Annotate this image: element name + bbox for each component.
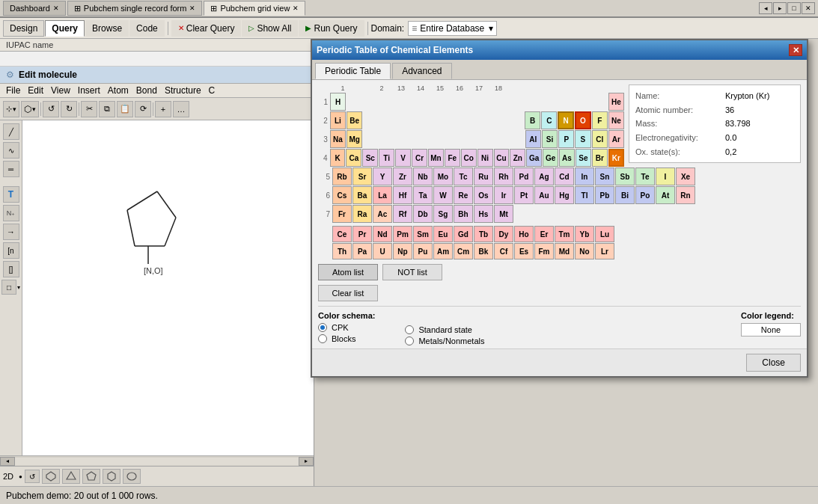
elem-Po[interactable]: Po <box>635 186 655 204</box>
elem-Ge[interactable]: Ge <box>543 149 558 167</box>
wave-tool[interactable]: ∿ <box>3 142 19 159</box>
elem-U[interactable]: U <box>373 243 392 259</box>
elem-Tl[interactable]: Tl <box>575 186 594 204</box>
elem-Ti[interactable]: Ti <box>379 149 394 167</box>
radio-blocks[interactable]: Blocks <box>318 334 375 343</box>
menu-view[interactable]: View <box>48 84 73 96</box>
radio-metals[interactable]: Metals/Nonmetals <box>405 336 484 345</box>
dialog-close-btn[interactable]: Close <box>746 354 801 372</box>
tab-periodic-table[interactable]: Periodic Table <box>315 63 391 79</box>
elem-Ca[interactable]: Ca <box>346 149 361 167</box>
elem-Np[interactable]: Np <box>393 243 412 259</box>
elem-O[interactable]: O <box>575 111 591 129</box>
elem-Gd[interactable]: Gd <box>454 226 473 242</box>
elem-Sg[interactable]: Sg <box>433 205 453 223</box>
elem-Sr[interactable]: Sr <box>352 168 372 185</box>
run-query-btn[interactable]: ▶ Run Query <box>299 20 364 37</box>
cut-btn[interactable]: ✂ <box>81 101 97 117</box>
radio-cpk[interactable]: CPK <box>318 323 375 332</box>
elem-Sc[interactable]: Sc <box>362 149 378 167</box>
arrow-tool[interactable]: → <box>3 224 19 240</box>
menu-file[interactable]: File <box>3 84 23 96</box>
radio-standard[interactable]: Standard state <box>405 325 484 334</box>
elem-N[interactable]: N <box>558 111 574 129</box>
elem-Si[interactable]: Si <box>542 130 558 148</box>
elem-Ta[interactable]: Ta <box>413 186 433 204</box>
elem-Rn[interactable]: Rn <box>676 186 695 204</box>
zoom-in-btn[interactable]: + <box>155 101 171 117</box>
elem-Cm[interactable]: Cm <box>454 243 473 259</box>
menu-structure[interactable]: Structure <box>162 84 204 96</box>
elem-Cr[interactable]: Cr <box>412 149 427 167</box>
elem-Se[interactable]: Se <box>576 149 591 167</box>
menu-insert[interactable]: Insert <box>75 84 103 96</box>
elem-H[interactable]: H <box>330 93 346 111</box>
elem-Sm[interactable]: Sm <box>413 226 433 242</box>
elem-Bi[interactable]: Bi <box>615 186 635 204</box>
dialog-close-x[interactable]: ✕ <box>789 44 802 56</box>
elem-Rf[interactable]: Rf <box>393 205 412 223</box>
refresh-tool[interactable]: ↺ <box>25 470 40 483</box>
elem-At[interactable]: At <box>656 186 675 204</box>
elem-Cs[interactable]: Cs <box>332 186 352 204</box>
elem-Re[interactable]: Re <box>454 186 473 204</box>
elem-K[interactable]: K <box>330 149 346 167</box>
elem-Lu[interactable]: Lu <box>595 226 614 242</box>
paste-btn[interactable]: 📋 <box>117 101 133 117</box>
menu-bond[interactable]: Bond <box>133 84 160 96</box>
elem-Pa[interactable]: Pa <box>352 243 372 259</box>
more-tools-btn[interactable]: … <box>173 101 189 117</box>
elem-Zn[interactable]: Zn <box>510 149 525 167</box>
elem-La[interactable]: La <box>373 186 392 204</box>
elem-Ne[interactable]: Ne <box>608 111 624 129</box>
domain-selector[interactable]: ≡ Entire Database ▾ <box>408 21 497 36</box>
elem-Ce[interactable]: Ce <box>332 226 352 242</box>
canvas-area[interactable]: [N,O] <box>22 120 314 455</box>
elem-Dy[interactable]: Dy <box>494 226 513 242</box>
elem-Na[interactable]: Na <box>330 130 346 148</box>
rect-tool[interactable]: □ ▾ <box>1 280 20 295</box>
elem-Bh[interactable]: Bh <box>454 205 473 223</box>
browse-btn[interactable]: Browse <box>85 20 129 37</box>
elem-Er[interactable]: Er <box>534 226 554 242</box>
menu-c[interactable]: C <box>206 84 219 96</box>
elem-Bk[interactable]: Bk <box>474 243 493 259</box>
elem-Au[interactable]: Au <box>534 186 554 204</box>
elem-Tm[interactable]: Tm <box>555 226 574 242</box>
elem-Es[interactable]: Es <box>514 243 534 259</box>
elem-Rh[interactable]: Rh <box>494 168 513 185</box>
elem-Xe[interactable]: Xe <box>676 168 695 185</box>
tab-single-record[interactable]: ⊞ Pubchem single record form ✕ <box>67 1 203 16</box>
atom-list-btn[interactable]: Atom list <box>318 264 378 280</box>
elem-Ac[interactable]: Ac <box>373 205 392 223</box>
elem-Br[interactable]: Br <box>592 149 608 167</box>
elem-Co[interactable]: Co <box>461 149 477 167</box>
elem-F[interactable]: F <box>592 111 608 129</box>
elem-Eu[interactable]: Eu <box>433 226 453 242</box>
scroll-right-btn[interactable]: ▸ <box>299 457 314 466</box>
elem-Mn[interactable]: Mn <box>428 149 444 167</box>
elem-Sn[interactable]: Sn <box>595 168 614 185</box>
elem-Hs[interactable]: Hs <box>474 205 493 223</box>
bracket-tool[interactable]: [n <box>3 242 19 259</box>
not-list-btn[interactable]: NOT list <box>382 264 442 280</box>
elem-Nb[interactable]: Nb <box>413 168 433 185</box>
elem-Mo[interactable]: Mo <box>433 168 453 185</box>
select-tool[interactable]: ⊹ ▾ <box>3 101 19 117</box>
elem-Ni[interactable]: Ni <box>477 149 493 167</box>
text-tool[interactable]: T <box>3 186 19 203</box>
elem-Ho[interactable]: Ho <box>514 226 534 242</box>
elem-Os[interactable]: Os <box>474 186 493 204</box>
elem-C[interactable]: C <box>541 111 557 129</box>
elem-He[interactable]: He <box>608 93 624 111</box>
nav-btn[interactable]: ▸ <box>773 2 787 14</box>
elem-Rb[interactable]: Rb <box>332 168 352 185</box>
elem-Pr[interactable]: Pr <box>352 226 372 242</box>
elem-Ga[interactable]: Ga <box>526 149 542 167</box>
design-btn[interactable]: Design <box>3 20 44 37</box>
elem-Pt[interactable]: Pt <box>514 186 534 204</box>
elem-V[interactable]: V <box>395 149 411 167</box>
elem-P[interactable]: P <box>558 130 574 148</box>
elem-Mt[interactable]: Mt <box>494 205 513 223</box>
tab-advanced[interactable]: Advanced <box>392 63 451 79</box>
